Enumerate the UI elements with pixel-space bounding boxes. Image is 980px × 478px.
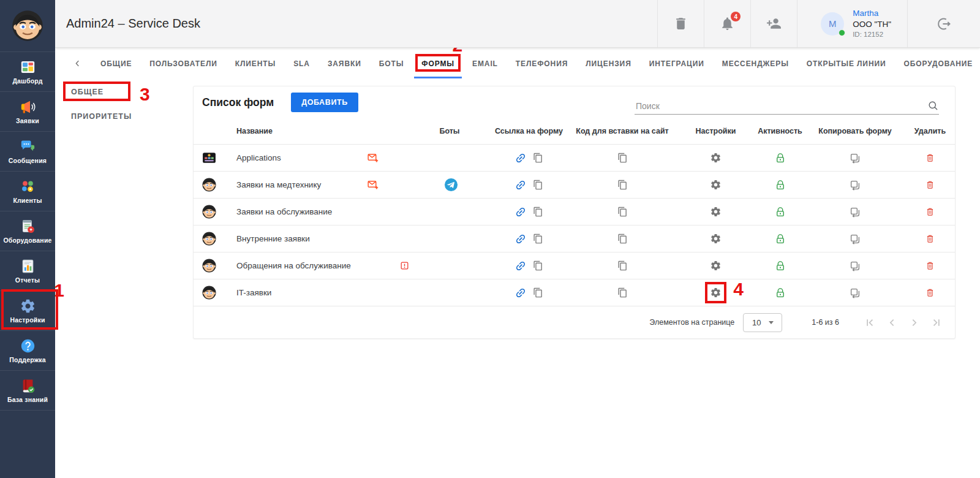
sidebar-item-label: Дашборд (12, 77, 42, 85)
page-size-select[interactable]: 10 (743, 313, 782, 332)
copy-link-icon[interactable] (533, 233, 543, 244)
first-page-icon[interactable] (864, 316, 876, 329)
user-id: ID: 12152 (853, 30, 891, 39)
delete-form-icon[interactable] (925, 287, 935, 298)
chevron-down-icon (769, 321, 774, 324)
user-menu[interactable]: M Martha ООО "ТН" ID: 12152 (797, 0, 907, 47)
tab-equipment[interactable]: ОБОРУДОВАНИЕ (904, 59, 973, 68)
tabs-scroll-left-button[interactable] (72, 58, 83, 69)
sidebar-item-clients[interactable]: Клиенты (0, 171, 55, 211)
tab-general[interactable]: ОБЩИЕ (100, 59, 132, 68)
form-settings-icon[interactable] (710, 152, 722, 164)
copy-link-icon[interactable] (533, 207, 543, 217)
copy-form-icon[interactable] (850, 207, 861, 218)
table-row: Заявки на обслуживание (194, 198, 955, 225)
submenu-item-label: ПРИОРИТЕТЫ (71, 112, 132, 121)
form-settings-icon[interactable] (710, 260, 722, 271)
tab-users[interactable]: ПОЛЬЗОВАТЕЛИ (149, 59, 217, 68)
copy-form-icon[interactable] (850, 260, 861, 271)
copy-form-icon[interactable] (850, 180, 861, 191)
next-page-icon[interactable] (908, 316, 921, 329)
form-link-icon[interactable] (514, 179, 527, 191)
table-row: Заявки на медтехнику (194, 171, 955, 198)
delete-form-icon[interactable] (925, 153, 935, 163)
copy-link-icon[interactable] (533, 260, 543, 271)
previous-page-icon[interactable] (886, 316, 899, 329)
activity-lock-icon[interactable] (775, 180, 786, 191)
tab-bots[interactable]: БОТЫ (379, 59, 404, 68)
copy-embed-code-icon[interactable] (617, 260, 628, 271)
copy-form-icon[interactable] (850, 233, 861, 245)
copy-embed-code-icon[interactable] (617, 180, 628, 190)
activity-lock-icon[interactable] (775, 260, 786, 271)
sidebar-item-settings[interactable]: Настройки 1 (0, 290, 55, 330)
form-settings-icon[interactable] (710, 206, 722, 218)
add-form-button[interactable]: ДОБАВИТЬ (291, 93, 358, 112)
tab-telephony[interactable]: ТЕЛЕФОНИЯ (516, 59, 568, 68)
sidebar-item-messages[interactable]: Сообщения (0, 131, 55, 171)
column-header-activity: Активность (754, 127, 806, 135)
form-link-icon[interactable] (514, 206, 527, 218)
delete-form-icon[interactable] (925, 260, 935, 271)
activity-lock-icon[interactable] (775, 287, 786, 298)
table-row: IT-заявки 4 (194, 279, 955, 306)
copy-embed-code-icon[interactable] (617, 233, 628, 244)
form-link-icon[interactable] (514, 287, 527, 299)
form-settings-icon[interactable] (710, 233, 722, 245)
search-input[interactable] (635, 101, 927, 112)
table-row: Обращения на обслуживание (194, 252, 955, 279)
trash-button[interactable] (657, 0, 704, 47)
form-settings-icon[interactable] (710, 287, 722, 298)
copy-embed-code-icon[interactable] (617, 153, 628, 163)
form-link-icon[interactable] (514, 152, 527, 164)
activity-lock-icon[interactable] (775, 153, 786, 164)
delete-form-icon[interactable] (925, 180, 935, 190)
copy-embed-code-icon[interactable] (617, 207, 628, 217)
tab-messengers[interactable]: МЕССЕНДЖЕРЫ (722, 59, 789, 68)
settings-tabs: ОБЩИЕ ПОЛЬЗОВАТЕЛИ КЛИЕНТЫ SLA ЗАЯВКИ БО… (55, 47, 980, 80)
delete-form-icon[interactable] (925, 207, 935, 217)
sidebar-item-label: Поддержка (9, 356, 46, 363)
copy-embed-code-icon[interactable] (617, 287, 628, 298)
copy-link-icon[interactable] (533, 180, 543, 190)
form-avatar-icon (202, 231, 217, 246)
sidebar-item-tickets[interactable]: Заявки (0, 91, 55, 131)
form-settings-icon[interactable] (710, 179, 722, 191)
sidebar-item-dashboard[interactable]: Дашборд (0, 51, 55, 91)
tab-forms[interactable]: ФОРМЫ 2 (421, 59, 454, 68)
last-page-icon[interactable] (930, 316, 943, 329)
copy-form-icon[interactable] (850, 153, 861, 164)
sidebar-item-equipment[interactable]: Оборудование (0, 211, 55, 251)
sidebar-item-knowledge-base[interactable]: База знаний (0, 370, 55, 410)
activity-lock-icon[interactable] (775, 207, 786, 218)
submenu-item-general[interactable]: ОБЩЕЕ 3 (71, 88, 104, 96)
chat-icon (20, 138, 36, 155)
submenu-item-priorities[interactable]: ПРИОРИТЕТЫ (71, 112, 132, 121)
activity-lock-icon[interactable] (775, 233, 786, 245)
tab-license[interactable]: ЛИЦЕНЗИЯ (586, 59, 631, 68)
sidebar-item-support[interactable]: Поддержка (0, 330, 55, 370)
telegram-bot-icon[interactable] (444, 178, 458, 192)
copy-link-icon[interactable] (533, 287, 543, 298)
logout-button[interactable] (907, 0, 980, 47)
copy-form-icon[interactable] (850, 287, 861, 298)
sidebar-item-reports[interactable]: Отчеты (0, 251, 55, 290)
tab-tickets[interactable]: ЗАЯВКИ (328, 59, 361, 68)
tab-integrations[interactable]: ИНТЕГРАЦИИ (649, 59, 704, 68)
add-user-button[interactable] (750, 0, 797, 47)
tab-email[interactable]: EMAIL (472, 59, 498, 68)
form-link-icon[interactable] (514, 260, 527, 272)
delete-form-icon[interactable] (925, 233, 935, 244)
tab-sla[interactable]: SLA (293, 59, 310, 68)
sidebar-item-label: Заявки (16, 117, 39, 124)
search-field[interactable] (635, 100, 939, 115)
form-link-icon[interactable] (514, 233, 527, 245)
notifications-button[interactable]: 4 (704, 0, 750, 47)
copy-link-icon[interactable] (533, 153, 543, 163)
knowledge-base-icon (20, 377, 36, 394)
tab-clients[interactable]: КЛИЕНТЫ (235, 59, 276, 68)
tab-open-lines[interactable]: ОТКРЫТЫЕ ЛИНИИ (807, 59, 886, 68)
clients-icon (20, 178, 36, 195)
avatar-initial: M (829, 18, 837, 29)
workspace-avatar[interactable] (0, 0, 55, 51)
